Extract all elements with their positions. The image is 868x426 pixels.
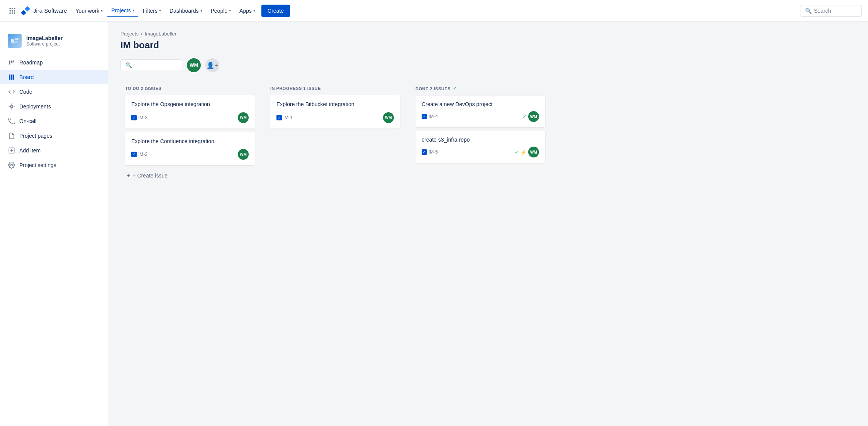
chevron-down-icon: ▾ bbox=[132, 8, 134, 12]
card-title: Explore the Confluence integration bbox=[131, 138, 249, 145]
sidebar-item-board[interactable]: Board bbox=[0, 70, 108, 84]
nav-projects[interactable]: Projects ▾ bbox=[107, 5, 138, 17]
roadmap-icon bbox=[8, 59, 15, 66]
sidebar-item-deployments[interactable]: Deployments bbox=[0, 100, 108, 113]
sidebar-item-add-item[interactable]: Add item bbox=[0, 144, 108, 157]
card-title: Explore the Bitbucket integration bbox=[276, 101, 394, 108]
search-icon: 🔍 bbox=[805, 8, 812, 14]
sidebar-item-roadmap[interactable]: Roadmap bbox=[0, 56, 108, 69]
svg-rect-15 bbox=[13, 74, 14, 80]
svg-rect-3 bbox=[10, 10, 11, 11]
todo-column-header: TO DO 2 ISSUES bbox=[125, 86, 255, 91]
breadcrumb-parent[interactable]: Projects bbox=[120, 31, 139, 37]
topnav: Jira Software Your work ▾ Projects ▾ Fil… bbox=[0, 0, 868, 22]
inprogress-column-header: IN PROGRESS 1 ISSUE bbox=[270, 86, 400, 91]
svg-rect-7 bbox=[12, 12, 13, 14]
sidebar-item-label: On-call bbox=[19, 118, 36, 124]
done-check-icon: ✓ bbox=[515, 149, 519, 155]
avatar-wm[interactable]: WM bbox=[187, 58, 201, 72]
card-checkbox-icon bbox=[131, 152, 137, 157]
oncall-icon bbox=[8, 117, 15, 125]
card-checkbox-icon bbox=[131, 115, 137, 120]
svg-rect-2 bbox=[14, 8, 15, 9]
svg-rect-1 bbox=[12, 8, 13, 9]
sidebar-item-oncall[interactable]: On-call bbox=[0, 114, 108, 128]
create-button[interactable]: Create bbox=[261, 5, 290, 17]
nav-your-work[interactable]: Your work ▾ bbox=[72, 5, 107, 16]
sidebar-item-label: Deployments bbox=[19, 103, 51, 110]
chevron-down-icon: ▾ bbox=[229, 8, 231, 13]
svg-rect-14 bbox=[11, 74, 13, 80]
nav-filters[interactable]: Filters ▾ bbox=[139, 5, 165, 16]
jira-logo[interactable]: Jira Software bbox=[20, 5, 67, 16]
breadcrumb-current: ImageLabeller bbox=[145, 31, 176, 37]
sidebar: ImageLabeller Software project Roadmap bbox=[0, 22, 108, 426]
sidebar-item-code[interactable]: Code bbox=[0, 85, 108, 99]
settings-icon bbox=[8, 161, 15, 169]
svg-point-18 bbox=[11, 164, 13, 166]
page-title: IM board bbox=[120, 40, 856, 51]
table-row[interactable]: Explore the Bitbucket integration IM-1 W… bbox=[270, 95, 400, 128]
table-row[interactable]: create s3_infra repo IM-5 ✓ ⚡ WM bbox=[415, 131, 545, 163]
svg-rect-4 bbox=[12, 10, 13, 11]
svg-rect-13 bbox=[9, 74, 10, 80]
nav-apps[interactable]: Apps ▾ bbox=[236, 5, 259, 16]
sidebar-item-project-settings[interactable]: Project settings bbox=[0, 158, 108, 172]
create-issue-button[interactable]: + + Create issue bbox=[125, 169, 255, 182]
board-icon bbox=[8, 73, 15, 81]
board: TO DO 2 ISSUES Explore the Opsgenie inte… bbox=[120, 81, 856, 187]
table-row[interactable]: Explore the Opsgenie integration IM-3 WM bbox=[125, 95, 255, 128]
top-navigation: Your work ▾ Projects ▾ Filters ▾ Dashboa… bbox=[72, 5, 798, 17]
done-column-header: DONE 2 ISSUES ✓ bbox=[415, 86, 545, 91]
card-title: Explore the Opsgenie integration bbox=[131, 101, 249, 108]
sidebar-item-project-pages[interactable]: Project pages bbox=[0, 129, 108, 143]
project-icon bbox=[8, 34, 22, 48]
svg-rect-10 bbox=[25, 6, 30, 11]
done-check-icon: ✓ bbox=[453, 86, 457, 91]
done-column: DONE 2 ISSUES ✓ Create a new DevOps proj… bbox=[411, 81, 550, 171]
avatar: WM bbox=[528, 111, 539, 122]
chevron-down-icon: ▾ bbox=[101, 8, 103, 13]
card-checkbox-icon bbox=[422, 149, 427, 155]
sidebar-item-label: Add item bbox=[19, 147, 41, 154]
pages-icon bbox=[8, 132, 15, 140]
table-row[interactable]: Explore the Confluence integration IM-2 … bbox=[125, 132, 255, 166]
grid-menu-icon[interactable] bbox=[6, 5, 19, 17]
avatar: WM bbox=[383, 112, 394, 123]
breadcrumb-separator: / bbox=[141, 31, 142, 37]
project-name: ImageLabeller bbox=[26, 35, 63, 41]
svg-point-16 bbox=[10, 105, 13, 108]
plus-icon: + bbox=[127, 172, 130, 179]
avatar: WM bbox=[238, 112, 249, 123]
avatar: WM bbox=[528, 147, 539, 157]
card-title: create s3_infra repo bbox=[422, 137, 539, 143]
svg-rect-11 bbox=[11, 39, 14, 42]
card-id: IM-4 bbox=[429, 114, 438, 119]
card-checkbox-icon bbox=[276, 115, 282, 120]
main-layout: ImageLabeller Software project Roadmap bbox=[0, 22, 868, 426]
search-icon: 🔍 bbox=[125, 62, 132, 68]
sidebar-item-label: Code bbox=[19, 89, 32, 95]
card-id: IM-2 bbox=[138, 152, 147, 157]
card-id: IM-1 bbox=[283, 115, 293, 120]
breadcrumb: Projects / ImageLabeller bbox=[120, 31, 856, 37]
add-team-member-button[interactable]: 👤+ bbox=[205, 58, 219, 72]
card-id: IM-5 bbox=[429, 149, 438, 155]
code-icon bbox=[8, 88, 15, 96]
avatar: WM bbox=[238, 149, 249, 160]
svg-rect-8 bbox=[14, 12, 15, 14]
chevron-down-icon: ▾ bbox=[200, 8, 202, 13]
project-type: Software project bbox=[26, 41, 63, 47]
search-bar[interactable]: 🔍 Search bbox=[800, 5, 862, 17]
table-row[interactable]: Create a new DevOps project IM-4 ✓ WM bbox=[415, 96, 545, 127]
sidebar-item-label: Project settings bbox=[19, 162, 56, 168]
nav-people[interactable]: People ▾ bbox=[207, 5, 235, 16]
chevron-down-icon: ▾ bbox=[159, 8, 161, 13]
card-title: Create a new DevOps project bbox=[422, 101, 539, 107]
inprogress-column: IN PROGRESS 1 ISSUE Explore the Bitbucke… bbox=[266, 81, 405, 137]
sidebar-item-label: Roadmap bbox=[19, 59, 43, 66]
sidebar-item-label: Project pages bbox=[19, 133, 53, 139]
nav-dashboards[interactable]: Dashboards ▾ bbox=[166, 5, 206, 16]
add-icon bbox=[8, 147, 15, 154]
board-search[interactable]: 🔍 bbox=[120, 59, 182, 71]
